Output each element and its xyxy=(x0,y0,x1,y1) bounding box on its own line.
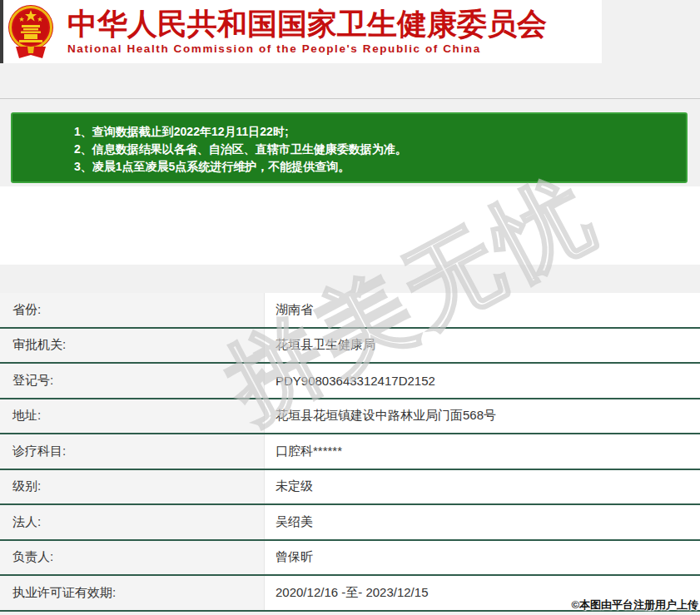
site-title-english: National Health Commission of the People… xyxy=(67,42,547,55)
field-label: 地址: xyxy=(0,399,264,434)
prc-national-emblem-icon xyxy=(7,3,54,60)
table-row: 审批机关:花垣县卫生健康局 xyxy=(0,329,700,365)
header-titles: 中华人民共和国国家卫生健康委员会 National Health Commiss… xyxy=(67,8,547,55)
field-value: 未定级 xyxy=(264,470,700,504)
table-row: 法人:吴绍美 xyxy=(0,505,700,541)
field-label: 执业许可证有效期: xyxy=(0,576,264,610)
field-label: 负责人: xyxy=(0,541,264,575)
result-title-section: 恒美口腔一诊所 xyxy=(0,186,700,265)
notice-line-1: 1、查询数据截止到2022年12月11日22时; xyxy=(74,123,678,141)
site-header: 中华人民共和国国家卫生健康委员会 National Health Commiss… xyxy=(0,0,602,63)
field-value: 曾保昕 xyxy=(264,541,700,575)
field-value: 花垣县花垣镇建设中路林业局门面568号 xyxy=(264,399,700,434)
field-value: 口腔科****** xyxy=(264,434,700,469)
notice-line-2: 2、信息数据结果以各省、自治区、直辖市卫生健康委数据为准。 xyxy=(74,141,678,158)
field-label: 诊疗科目: xyxy=(0,434,264,469)
table-row: 省份:湖南省 xyxy=(0,293,700,329)
query-notice-box: 1、查询数据截止到2022年12月11日22时; 2、信息数据结果以各省、自治区… xyxy=(11,112,688,183)
field-label: 省份: xyxy=(0,293,264,327)
field-value: 吴绍美 xyxy=(264,505,700,539)
field-label: 级别: xyxy=(0,470,264,504)
field-label: 审批机关: xyxy=(0,329,264,363)
table-row: 负责人:曾保昕 xyxy=(0,541,700,577)
field-value: 湖南省 xyxy=(264,293,700,327)
site-title-chinese: 中华人民共和国国家卫生健康委员会 xyxy=(67,8,547,40)
institution-detail-table: 省份:湖南省审批机关:花垣县卫生健康局登记号:PDY90803643312417… xyxy=(0,293,700,612)
table-row: 地址:花垣县花垣镇建设中路林业局门面568号 xyxy=(0,399,700,435)
table-row: 诊疗科目:口腔科****** xyxy=(0,434,700,470)
field-value: PDY90803643312417D2152 xyxy=(264,364,700,398)
notice-line-3: 3、凌晨1点至凌晨5点系统进行维护，不能提供查询。 xyxy=(74,158,678,176)
horizontal-divider xyxy=(0,98,700,99)
photo-edge xyxy=(0,0,3,63)
upload-attribution-stamp: ©本图由平台注册用户上传 xyxy=(571,598,698,613)
table-row: 级别:未定级 xyxy=(0,470,700,506)
table-row: 登记号:PDY90803643312417D2152 xyxy=(0,364,700,399)
field-value: 花垣县卫生健康局 xyxy=(264,329,700,363)
field-label: 登记号: xyxy=(0,364,264,398)
field-label: 法人: xyxy=(0,505,264,539)
